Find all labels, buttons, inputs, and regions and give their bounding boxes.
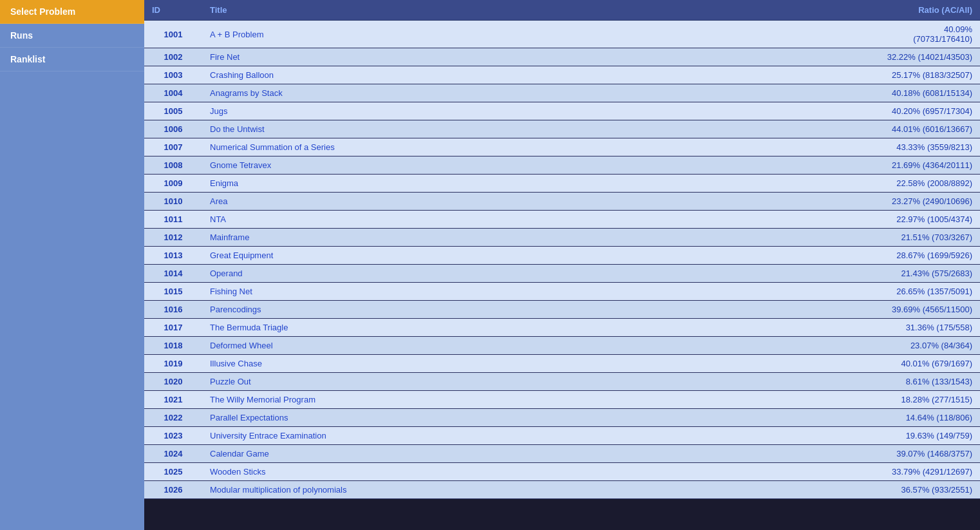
cell-ratio: 40.01% (679/1697) <box>877 355 980 373</box>
cell-id: 1013 <box>144 247 202 265</box>
cell-ratio: 22.58% (2008/8892) <box>877 175 980 193</box>
table-row[interactable]: 1026Modular multiplication of polynomial… <box>144 481 980 499</box>
table-row[interactable]: 1021The Willy Memorial Program18.28% (27… <box>144 391 980 409</box>
cell-id: 1008 <box>144 156 202 175</box>
cell-title[interactable]: Illusive Chase <box>202 355 877 373</box>
table-row[interactable]: 1013Great Equipment28.67% (1699/5926) <box>144 247 980 265</box>
cell-ratio: 40.18% (6081/15134) <box>877 84 980 102</box>
cell-ratio: 39.69% (4565/11500) <box>877 301 980 319</box>
cell-title[interactable]: The Willy Memorial Program <box>202 391 877 409</box>
cell-ratio: 14.64% (118/806) <box>877 409 980 427</box>
cell-title[interactable]: Anagrams by Stack <box>202 84 877 102</box>
cell-title[interactable]: Parencodings <box>202 301 877 319</box>
cell-ratio: 31.36% (175/558) <box>877 319 980 337</box>
table-row[interactable]: 1009Enigma22.58% (2008/8892) <box>144 175 980 193</box>
cell-ratio: 40.09% (70731/176410) <box>877 21 980 48</box>
cell-ratio: 22.97% (1005/4374) <box>877 211 980 229</box>
table-row[interactable]: 1020Puzzle Out8.61% (133/1543) <box>144 373 980 391</box>
table-row[interactable]: 1017The Bermuda Triagle31.36% (175/558) <box>144 319 980 337</box>
cell-ratio: 36.57% (933/2551) <box>877 481 980 499</box>
cell-ratio: 40.20% (6957/17304) <box>877 102 980 120</box>
table-row[interactable]: 1024Calendar Game39.07% (1468/3757) <box>144 445 980 463</box>
cell-ratio: 21.69% (4364/20111) <box>877 156 980 175</box>
cell-title[interactable]: A + B Problem <box>202 21 877 48</box>
cell-ratio: 33.79% (4291/12697) <box>877 463 980 481</box>
cell-title[interactable]: Operand <box>202 265 877 283</box>
cell-id: 1017 <box>144 319 202 337</box>
table-row[interactable]: 1007Numerical Summation of a Series43.33… <box>144 138 980 156</box>
cell-title[interactable]: Enigma <box>202 175 877 193</box>
cell-title[interactable]: Do the Untwist <box>202 120 877 138</box>
cell-title[interactable]: Area <box>202 193 877 211</box>
table-row[interactable]: 1016Parencodings39.69% (4565/11500) <box>144 301 980 319</box>
table-row[interactable]: 1002Fire Net32.22% (14021/43503) <box>144 48 980 66</box>
cell-id: 1012 <box>144 229 202 247</box>
cell-title[interactable]: Crashing Balloon <box>202 66 877 84</box>
cell-title[interactable]: Puzzle Out <box>202 373 877 391</box>
cell-title[interactable]: University Entrace Examination <box>202 427 877 445</box>
cell-title[interactable]: Parallel Expectations <box>202 409 877 427</box>
cell-ratio: 23.07% (84/364) <box>877 337 980 355</box>
table-row[interactable]: 1012Mainframe21.51% (703/3267) <box>144 229 980 247</box>
table-row[interactable]: 1011NTA22.97% (1005/4374) <box>144 211 980 229</box>
cell-title[interactable]: NTA <box>202 211 877 229</box>
cell-ratio: 19.63% (149/759) <box>877 427 980 445</box>
cell-title[interactable]: Deformed Wheel <box>202 337 877 355</box>
cell-id: 1002 <box>144 48 202 66</box>
col-ratio: Ratio (AC/All) <box>877 0 980 21</box>
cell-ratio: 39.07% (1468/3757) <box>877 445 980 463</box>
cell-title[interactable]: Fishing Net <box>202 283 877 301</box>
sidebar-item-ranklist[interactable]: Ranklist <box>0 48 144 71</box>
table-row[interactable]: 1014Operand21.43% (575/2683) <box>144 265 980 283</box>
sidebar-item-runs[interactable]: Runs <box>0 24 144 48</box>
table-row[interactable]: 1022Parallel Expectations14.64% (118/806… <box>144 409 980 427</box>
cell-id: 1001 <box>144 21 202 48</box>
table-row[interactable]: 1015Fishing Net26.65% (1357/5091) <box>144 283 980 301</box>
cell-id: 1006 <box>144 120 202 138</box>
cell-id: 1019 <box>144 355 202 373</box>
table-row[interactable]: 1018Deformed Wheel23.07% (84/364) <box>144 337 980 355</box>
cell-title[interactable]: Gnome Tetravex <box>202 156 877 175</box>
cell-ratio: 18.28% (277/1515) <box>877 391 980 409</box>
sidebar-item-select-problem[interactable]: Select Problem <box>0 0 144 24</box>
main-content: ID Title Ratio (AC/All) 1001A + B Proble… <box>144 0 980 530</box>
cell-title[interactable]: Jugs <box>202 102 877 120</box>
table-row[interactable]: 1006Do the Untwist44.01% (6016/13667) <box>144 120 980 138</box>
table-row[interactable]: 1004Anagrams by Stack40.18% (6081/15134) <box>144 84 980 102</box>
cell-title[interactable]: The Bermuda Triagle <box>202 319 877 337</box>
cell-ratio: 25.17% (8183/32507) <box>877 66 980 84</box>
table-row[interactable]: 1003Crashing Balloon25.17% (8183/32507) <box>144 66 980 84</box>
problem-table-container: ID Title Ratio (AC/All) 1001A + B Proble… <box>144 0 980 499</box>
cell-title[interactable]: Numerical Summation of a Series <box>202 138 877 156</box>
problem-table: ID Title Ratio (AC/All) 1001A + B Proble… <box>144 0 980 499</box>
cell-title[interactable]: Fire Net <box>202 48 877 66</box>
cell-ratio: 32.22% (14021/43503) <box>877 48 980 66</box>
cell-ratio: 44.01% (6016/13667) <box>877 120 980 138</box>
sidebar: Select ProblemRunsRanklist <box>0 0 144 530</box>
cell-title[interactable]: Great Equipment <box>202 247 877 265</box>
cell-ratio: 28.67% (1699/5926) <box>877 247 980 265</box>
cell-id: 1007 <box>144 138 202 156</box>
table-row[interactable]: 1001A + B Problem40.09% (70731/176410) <box>144 21 980 48</box>
cell-id: 1014 <box>144 265 202 283</box>
cell-title[interactable]: Wooden Sticks <box>202 463 877 481</box>
table-row[interactable]: 1005Jugs40.20% (6957/17304) <box>144 102 980 120</box>
cell-title[interactable]: Calendar Game <box>202 445 877 463</box>
cell-ratio: 23.27% (2490/10696) <box>877 193 980 211</box>
cell-ratio: 26.65% (1357/5091) <box>877 283 980 301</box>
table-row[interactable]: 1008Gnome Tetravex21.69% (4364/20111) <box>144 156 980 175</box>
cell-ratio: 21.43% (575/2683) <box>877 265 980 283</box>
cell-id: 1023 <box>144 427 202 445</box>
cell-title[interactable]: Modular multiplication of polynomials <box>202 481 877 499</box>
table-header-row: ID Title Ratio (AC/All) <box>144 0 980 21</box>
cell-id: 1016 <box>144 301 202 319</box>
cell-ratio: 43.33% (3559/8213) <box>877 138 980 156</box>
cell-id: 1010 <box>144 193 202 211</box>
table-row[interactable]: 1010Area23.27% (2490/10696) <box>144 193 980 211</box>
table-row[interactable]: 1019Illusive Chase40.01% (679/1697) <box>144 355 980 373</box>
cell-id: 1018 <box>144 337 202 355</box>
table-row[interactable]: 1023University Entrace Examination19.63%… <box>144 427 980 445</box>
cell-id: 1020 <box>144 373 202 391</box>
cell-title[interactable]: Mainframe <box>202 229 877 247</box>
table-row[interactable]: 1025Wooden Sticks33.79% (4291/12697) <box>144 463 980 481</box>
